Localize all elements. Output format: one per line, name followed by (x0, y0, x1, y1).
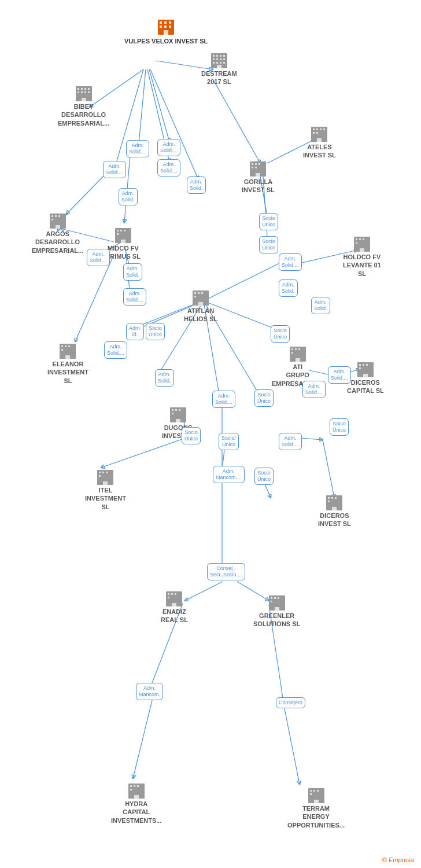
bibey-label: BIBEYDESARROLLOEMPRESARIAL... (58, 102, 109, 127)
destream-node: DESTREAM2017 SL (201, 51, 237, 86)
svg-rect-110 (201, 292, 203, 294)
svg-rect-152 (175, 593, 176, 595)
role-badge-r4[interactable]: Adm.Solid.... (157, 159, 180, 176)
svg-rect-136 (176, 419, 180, 422)
gorilla-label: GORILLAINVEST SL (242, 178, 275, 194)
svg-rect-61 (220, 62, 221, 64)
svg-rect-158 (278, 597, 279, 599)
svg-rect-83 (252, 163, 253, 165)
svg-rect-115 (65, 345, 67, 347)
role-badge-r10[interactable]: SocioÚnico (259, 213, 278, 230)
svg-rect-109 (198, 292, 200, 294)
svg-rect-150 (168, 593, 169, 595)
svg-rect-60 (216, 62, 218, 64)
svg-rect-170 (317, 790, 319, 792)
svg-rect-151 (171, 593, 173, 595)
svg-line-29 (323, 440, 334, 498)
svg-rect-77 (320, 128, 322, 130)
role-badge-r1[interactable]: Adm.Solid.... (126, 140, 149, 157)
hydra-label: HYDRACAPITALINVESTMENTS... (111, 800, 161, 825)
svg-rect-165 (130, 789, 132, 790)
role-badge-r23[interactable]: Adm.Solid.... (328, 366, 351, 384)
role-badge-r20[interactable]: Adm.Solid.... (212, 391, 235, 408)
svg-rect-132 (172, 409, 173, 411)
svg-rect-159 (271, 601, 272, 602)
greenler-label: GREENLERSOLUTIONS SL (253, 612, 300, 628)
role-badge-r28[interactable]: Adm.Mancom.... (213, 466, 245, 483)
svg-rect-86 (252, 167, 253, 168)
role-badge-r17[interactable]: SocioÚnico (146, 323, 165, 340)
role-badge-r27[interactable]: Adm.Solid.... (279, 433, 302, 450)
role-badge-r9[interactable]: Adm.Solid.... (123, 288, 146, 306)
role-badge-r7[interactable]: Adm.Solid.... (87, 249, 110, 266)
svg-rect-51 (213, 55, 215, 57)
svg-rect-142 (103, 481, 108, 485)
role-badge-r13[interactable]: Adm.Solid. (279, 279, 298, 297)
role-badge-r5[interactable]: Adm.Solid. (187, 176, 206, 194)
svg-rect-128 (366, 364, 368, 366)
role-badge-r32[interactable]: Consejero (276, 697, 305, 708)
svg-rect-57 (220, 58, 221, 60)
svg-rect-172 (314, 800, 319, 803)
midco-label: MIDCO FVPRIMUS SL (106, 244, 141, 261)
midco-node: MIDCO FVPRIMUS SL (106, 226, 141, 261)
svg-rect-153 (168, 597, 169, 598)
role-badge-r3[interactable]: Adm.Solid.... (103, 161, 126, 178)
role-badge-r6[interactable]: Adm.Solid. (119, 188, 138, 205)
role-badge-r29[interactable]: SocioÚnico (254, 468, 274, 485)
role-badge-r12[interactable]: Adm.Solid.... (279, 253, 302, 271)
svg-rect-71 (84, 91, 86, 93)
argos-label: ARGOSDESARROLLOEMPRESARIAL... (32, 230, 83, 255)
svg-rect-84 (255, 163, 257, 165)
svg-rect-80 (316, 132, 318, 134)
svg-rect-93 (51, 219, 53, 220)
svg-rect-99 (356, 242, 357, 244)
role-badge-r8[interactable]: Adm.Solid. (123, 263, 142, 281)
svg-rect-116 (68, 345, 70, 347)
svg-rect-139 (102, 472, 104, 473)
role-badge-r21[interactable]: SocioÚnico (254, 389, 274, 407)
svg-rect-100 (360, 248, 364, 252)
vulpes-label: VULPES VELOX INVEST SL (124, 37, 208, 45)
svg-rect-98 (363, 238, 364, 240)
svg-line-2 (139, 69, 146, 144)
svg-line-34 (185, 582, 223, 601)
role-badge-r18[interactable]: Adm.Solid.... (104, 341, 127, 359)
role-badge-r22[interactable]: Adm.Solid.... (302, 381, 326, 398)
svg-rect-138 (99, 472, 101, 473)
role-badge-r16[interactable]: Adm.id. (126, 323, 144, 340)
svg-rect-78 (323, 128, 325, 130)
svg-rect-140 (106, 472, 108, 473)
role-badge-r26[interactable]: Socio/Único (219, 433, 239, 450)
svg-rect-145 (331, 497, 333, 499)
role-badge-r31[interactable]: Adm.Mancom. (136, 683, 163, 700)
svg-rect-163 (134, 785, 135, 787)
role-badge-r25[interactable]: SocioÚnico (182, 427, 201, 444)
svg-rect-120 (291, 348, 293, 350)
svg-line-7 (214, 81, 260, 163)
role-badge-r14[interactable]: Adm.Solid. (311, 297, 330, 314)
role-badge-r2[interactable]: Adm.Solid.... (157, 139, 180, 156)
svg-rect-91 (55, 215, 57, 217)
svg-rect-134 (179, 409, 180, 411)
svg-rect-106 (121, 240, 125, 243)
svg-rect-166 (134, 795, 139, 799)
svg-rect-156 (271, 597, 272, 599)
svg-rect-123 (291, 352, 293, 354)
terram-label: TERRAMENERGYOPPORTUNITIES... (287, 804, 345, 829)
svg-rect-160 (275, 607, 279, 610)
role-badge-r19[interactable]: Adm.Solid. (155, 369, 174, 387)
ateles-label: ATELESINVEST SL (303, 143, 336, 160)
role-badge-r11[interactable]: SocioÚnico (259, 236, 278, 253)
svg-rect-171 (310, 793, 312, 795)
role-badge-r24[interactable]: SocioÚnico (330, 418, 349, 436)
svg-rect-49 (164, 30, 168, 35)
svg-rect-48 (169, 25, 171, 28)
role-badge-r30[interactable]: Consej .Secr.,Socio.... (207, 563, 245, 580)
svg-rect-58 (223, 58, 225, 60)
enadiz-label: ENADIZREAL SL (161, 608, 188, 624)
svg-rect-56 (216, 58, 218, 60)
svg-rect-127 (363, 364, 364, 366)
svg-rect-162 (130, 785, 132, 787)
role-badge-r15[interactable]: SocioÚnico (271, 325, 290, 343)
